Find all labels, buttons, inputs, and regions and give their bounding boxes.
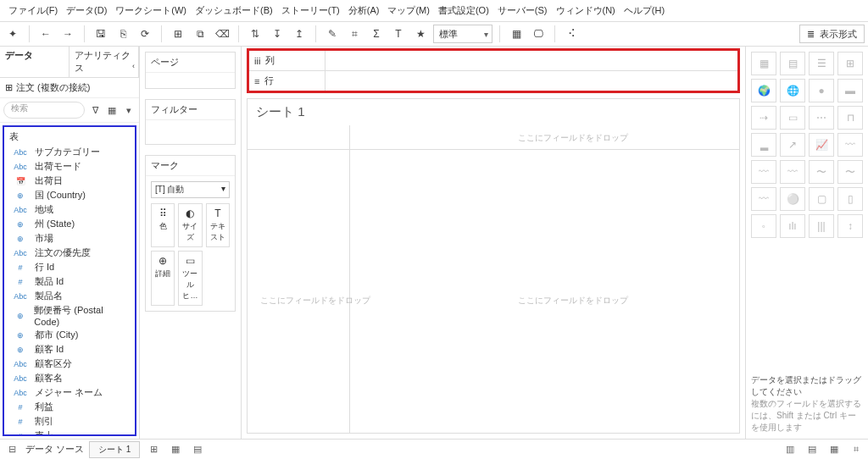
chart-type-thumb[interactable]: ● [809, 79, 834, 102]
field-item[interactable]: Abc注文の優先度 [4, 246, 135, 260]
menu-item[interactable]: 分析(A) [345, 3, 383, 19]
menu-item[interactable]: サーバー(S) [494, 3, 551, 19]
group-button[interactable]: ⌗ [345, 25, 364, 43]
chart-type-thumb[interactable]: ||| [809, 214, 834, 238]
mark-cell[interactable]: ⊕詳細 [151, 251, 175, 306]
chart-type-thumb[interactable]: ↕ [837, 214, 863, 238]
sheet-tab-1[interactable]: シート 1 [89, 441, 140, 458]
footer-icon-1[interactable]: ▥ [782, 444, 798, 455]
menu-item[interactable]: 書式設定(O) [435, 3, 492, 19]
field-item[interactable]: #売上 [4, 429, 135, 436]
field-item[interactable]: ⊕州 (State) [4, 217, 135, 231]
field-item[interactable]: Abc製品名 [4, 289, 135, 303]
field-item[interactable]: Abcサブカテゴリー [4, 145, 135, 159]
chart-type-thumb[interactable]: ▭ [780, 106, 805, 130]
chart-type-thumb[interactable]: ▢ [809, 187, 834, 211]
columns-drop[interactable] [326, 51, 737, 70]
sort-desc-button[interactable]: ↥ [290, 25, 309, 43]
datasource-row[interactable]: ⊞ 注文 (複数の接続) [0, 78, 139, 98]
chart-type-thumb[interactable]: ▂ [751, 133, 776, 157]
tab-data[interactable]: データ [0, 47, 70, 77]
menu-item[interactable]: ヘルプ(H) [620, 3, 668, 19]
show-me-button[interactable]: ≣ 表示形式 [799, 25, 865, 43]
footer-icon-4[interactable]: ⌗ [848, 444, 865, 455]
field-item[interactable]: ⊕顧客 Id [4, 342, 135, 357]
menu-item[interactable]: マップ(M) [384, 3, 433, 19]
duplicate-button[interactable]: ⧉ [191, 25, 209, 43]
field-item[interactable]: 📅出荷日 [4, 174, 135, 188]
chart-type-thumb[interactable]: ◦ [751, 214, 776, 238]
mark-cell[interactable]: ◐サイズ [178, 203, 202, 247]
field-item[interactable]: Abc顧客区分 [4, 357, 135, 371]
chart-type-thumb[interactable]: ⋯ [809, 106, 834, 130]
cards-button[interactable]: ▦ [507, 25, 526, 43]
field-item[interactable]: ⊕市場 [4, 231, 135, 246]
view-icon[interactable]: ▦ [105, 105, 119, 116]
totals-button[interactable]: Σ [367, 25, 386, 43]
chart-type-thumb[interactable]: 〰 [780, 160, 805, 184]
refresh-button[interactable]: ⟳ [136, 25, 154, 43]
chart-type-thumb[interactable]: ▤ [780, 52, 805, 75]
field-item[interactable]: #製品 Id [4, 274, 135, 289]
labels-button[interactable]: T [389, 25, 408, 43]
viz-canvas[interactable]: ここにフィールドをドロップ ここにフィールドをドロップ ここにフィールドをドロッ… [248, 125, 739, 433]
dropdown-icon[interactable]: ▾ [122, 105, 136, 116]
new-dashboard-button[interactable]: ▦ [167, 444, 184, 455]
filters-drop[interactable] [146, 120, 235, 144]
field-item[interactable]: #利益 [4, 400, 135, 414]
rows-drop[interactable] [326, 71, 737, 91]
chart-type-thumb[interactable]: ⚪ [780, 187, 805, 211]
chart-type-thumb[interactable]: 〜 [809, 160, 834, 184]
field-item[interactable]: ⊕国 (Country) [4, 188, 135, 202]
swap-button[interactable]: ⇅ [246, 25, 264, 43]
mark-type-select[interactable]: [T] 自動▾ [151, 181, 230, 198]
chart-type-thumb[interactable]: ⊞ [837, 52, 863, 75]
search-input[interactable]: 検索 [3, 102, 85, 119]
chart-type-thumb[interactable]: ▯ [837, 187, 863, 211]
clear-button[interactable]: ⌫ [213, 25, 231, 43]
chart-type-thumb[interactable]: ☰ [809, 52, 834, 75]
rows-shelf[interactable]: ≡行 [249, 71, 737, 91]
share-button[interactable]: ⠪ [562, 25, 581, 43]
field-item[interactable]: Abc地域 [4, 202, 135, 217]
forward-button[interactable]: → [58, 25, 77, 43]
new-worksheet-button[interactable]: ⊞ [145, 444, 162, 455]
sort-asc-button[interactable]: ↧ [268, 25, 287, 43]
new-story-button[interactable]: ▤ [189, 444, 206, 455]
chart-type-thumb[interactable]: 〰 [837, 133, 863, 157]
highlight-button[interactable]: ✎ [323, 25, 342, 43]
field-item[interactable]: #行 Id [4, 260, 135, 274]
columns-shelf[interactable]: iii列 [249, 51, 737, 71]
chart-type-thumb[interactable]: 〰 [751, 187, 776, 211]
chart-type-thumb[interactable]: 〰 [751, 160, 776, 184]
field-item[interactable]: #割引 [4, 414, 135, 429]
chart-type-thumb[interactable]: ▬ [837, 79, 863, 102]
new-datasource-button[interactable]: ⎘ [114, 25, 132, 43]
mark-cell[interactable]: ▭ツールヒ… [178, 251, 202, 306]
tab-analytics[interactable]: アナリティクス‹ [70, 47, 139, 77]
mark-cell[interactable]: Tテキスト [206, 203, 230, 247]
menu-item[interactable]: ワークシート(W) [112, 3, 190, 19]
field-item[interactable]: ⊕郵便番号 (Postal Code) [4, 303, 135, 328]
sheet-title[interactable]: シート 1 [248, 99, 739, 125]
chart-type-thumb[interactable]: 🌐 [780, 79, 805, 102]
chart-type-thumb[interactable]: 📈 [809, 133, 834, 157]
menu-item[interactable]: ファイル(F) [5, 3, 61, 19]
menu-item[interactable]: データ(D) [63, 3, 110, 19]
footer-icon-3[interactable]: ▦ [826, 444, 843, 455]
filter-icon[interactable]: ∇ [88, 105, 102, 116]
fit-select[interactable]: 標準 [433, 25, 492, 43]
chart-type-thumb[interactable]: ılı [780, 214, 805, 238]
pages-drop[interactable] [146, 73, 235, 88]
pin-button[interactable]: ★ [411, 25, 430, 43]
chart-type-thumb[interactable]: ⇢ [751, 106, 776, 130]
save-button[interactable]: 🖫 [92, 25, 110, 43]
field-item[interactable]: Abc出荷モード [4, 159, 135, 174]
chart-type-thumb[interactable]: 〜 [837, 160, 863, 184]
present-button[interactable]: 🖵 [529, 25, 548, 43]
field-item[interactable]: ⊕都市 (City) [4, 328, 135, 342]
tableau-icon[interactable]: ✦ [3, 25, 22, 43]
field-item[interactable]: Abc顧客名 [4, 371, 135, 385]
new-sheet-button[interactable]: ⊞ [169, 25, 187, 43]
back-button[interactable]: ← [36, 25, 55, 43]
